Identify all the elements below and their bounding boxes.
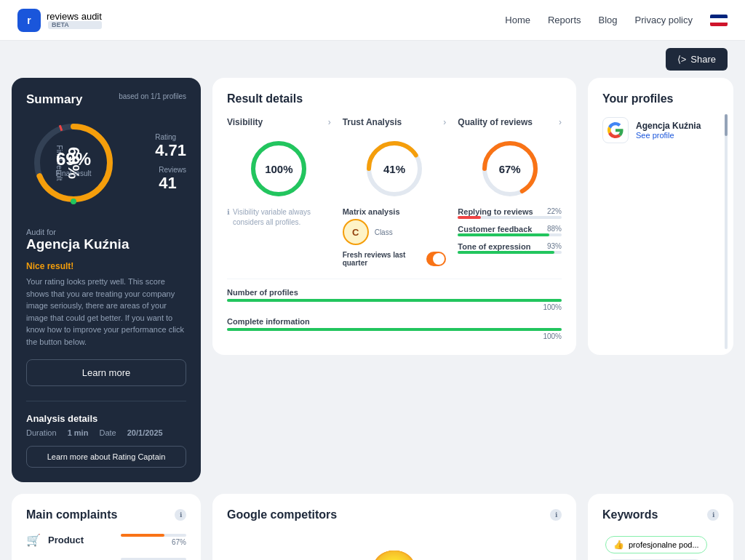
- share-icon: ⟨>: [677, 54, 687, 65]
- quality-chevron-icon[interactable]: ›: [559, 117, 562, 127]
- quality-gauge: 67%: [477, 136, 543, 201]
- product-fill: [121, 534, 164, 537]
- share-label: Share: [690, 54, 716, 65]
- num-profiles-row: Number of profiles 100%: [227, 288, 562, 311]
- fresh-reviews-toggle: [426, 252, 447, 266]
- matrix-row: C Class: [343, 219, 447, 245]
- result-details-title: Result details: [227, 92, 562, 105]
- see-profile-link[interactable]: See profile: [636, 131, 701, 140]
- nav-blog[interactable]: Blog: [599, 15, 618, 25]
- no-data-area: 😕 We couldn't find any data: [227, 533, 562, 560]
- keyword-text-0: profesjonalne pod...: [629, 540, 699, 549]
- replying-fill: [458, 216, 480, 219]
- num-profiles-label: Number of profiles: [227, 288, 562, 297]
- analysis-title: Analysis details: [26, 413, 186, 424]
- logo-area: r reviews audit BETA: [17, 9, 102, 32]
- bottom-metrics-section: Number of profiles 100% Complete informa…: [227, 279, 562, 340]
- tone-bar: [458, 251, 562, 254]
- feedback-fill: [458, 233, 549, 236]
- num-profiles-fill: [227, 299, 562, 302]
- complaint-product: 🛒 Product 67%: [26, 533, 186, 547]
- language-flag-icon[interactable]: [710, 15, 728, 26]
- visibility-note: ℹ Visibility variable always considers a…: [227, 207, 331, 228]
- quality-label: Quality of reviews: [458, 117, 562, 127]
- product-pct: 67%: [121, 538, 186, 546]
- keywords-title: Keywords: [602, 508, 658, 521]
- rating-box: Rating 4.71: [155, 133, 186, 160]
- tone-value: 93%: [547, 242, 562, 251]
- main-nav: Home Reports Blog Privacy policy: [505, 15, 728, 26]
- result-details-card: Result details Visibility › 100% ℹ: [212, 78, 576, 355]
- replying-label: Replying to reviews: [458, 207, 533, 216]
- trust-chevron-icon[interactable]: ›: [443, 117, 446, 127]
- nav-home[interactable]: Home: [505, 15, 530, 25]
- visibility-value: 100%: [265, 163, 292, 175]
- feedback-bar: [458, 233, 562, 236]
- complaint-delivery: 🚗 Delivery 0%: [26, 557, 186, 560]
- product-icon: 🛒: [26, 533, 41, 547]
- learn-more-button[interactable]: Learn more: [26, 359, 186, 386]
- result-text: Your rating looks pretty well. This scor…: [26, 276, 186, 348]
- date-label: Date 20/1/2025: [99, 428, 162, 437]
- reviews-label: Reviews: [159, 166, 186, 174]
- tone-label: Tone of expression: [458, 242, 530, 251]
- main-content: Summary based on 1/1 profiles 69% Final …: [0, 78, 745, 494]
- replying-bar: [458, 216, 562, 219]
- competitors-info-icon[interactable]: ℹ: [550, 509, 562, 521]
- matrix-label: Matrix analysis: [343, 207, 447, 216]
- fresh-reviews-row: Fresh reviews last quarter: [343, 251, 447, 267]
- delivery-icon: 🚗: [26, 557, 41, 560]
- rating-value: 4.71: [155, 141, 186, 160]
- visibility-gauge: 100%: [246, 136, 311, 201]
- keywords-info-icon[interactable]: ℹ: [707, 509, 719, 521]
- replying-header: Replying to reviews 22%: [458, 207, 562, 216]
- keyword-chip-0[interactable]: 👍 profesjonalne pod...: [605, 536, 707, 553]
- nav-privacy[interactable]: Privacy policy: [635, 15, 693, 25]
- competitors-title: Google competitors: [227, 508, 337, 521]
- feedback-header: Customer feedback 88%: [458, 225, 562, 233]
- complaints-card: Main complaints ℹ 🛒 Product 67% 🚗 Delive…: [12, 494, 201, 560]
- company-name: Agencja Kuźnia: [26, 236, 186, 252]
- class-label: Class: [375, 228, 393, 236]
- complete-info-row: Complete information 100%: [227, 317, 562, 340]
- complaints-header: Main complaints ℹ: [26, 508, 186, 521]
- profiles-scrollbar: [725, 114, 728, 349]
- num-profiles-value: 100%: [227, 303, 562, 311]
- complaints-info-icon[interactable]: ℹ: [175, 509, 186, 521]
- profile-name: Agencja Kuźnia: [636, 121, 701, 131]
- logo-icon: r: [17, 9, 41, 32]
- product-bar: [121, 534, 186, 537]
- profiles-card: Your profiles Agencja Kuźnia See profile: [588, 78, 733, 355]
- analysis-details: Analysis details Duration 1 min Date 20/…: [26, 401, 186, 468]
- trust-metric: Trust Analysis › 41% Matrix analysis: [343, 117, 447, 267]
- complete-info-fill: [227, 328, 562, 331]
- gauge-center: 69% Final result: [56, 149, 92, 177]
- visibility-chevron-icon[interactable]: ›: [328, 117, 331, 127]
- summary-card: Summary based on 1/1 profiles 69% Final …: [12, 78, 201, 482]
- learn-captain-button[interactable]: Learn more about Rating Captain: [26, 446, 186, 468]
- duration-label: Duration 1 min: [26, 428, 88, 437]
- product-name: Product: [48, 535, 113, 545]
- visibility-metric: Visibility › 100% ℹ Visibility variable …: [227, 117, 331, 267]
- c-class-badge: C: [343, 219, 369, 245]
- header: r reviews audit BETA Home Reports Blog P…: [0, 0, 745, 41]
- rating-label: Rating: [155, 133, 186, 141]
- share-button[interactable]: ⟨> Share: [666, 48, 728, 71]
- logo-text: reviews audit BETA: [47, 12, 102, 29]
- profile-item: Agencja Kuźnia See profile: [602, 117, 719, 143]
- final-percent: 69%: [56, 149, 92, 169]
- audit-for-label: Audit for: [26, 228, 186, 236]
- logo-name: reviews audit: [47, 12, 102, 21]
- complete-info-bar: [227, 328, 562, 331]
- beta-badge: BETA: [48, 21, 102, 29]
- main-metrics-row: Visibility › 100% ℹ Visibility variable …: [227, 117, 562, 267]
- visibility-label: Visibility: [227, 117, 331, 127]
- keywords-header: Keywords ℹ: [602, 508, 719, 521]
- svg-point-3: [71, 199, 76, 204]
- scrollbar-thumb: [725, 114, 728, 136]
- analysis-meta: Duration 1 min Date 20/1/2025: [26, 428, 186, 437]
- competitors-header: Google competitors ℹ: [227, 508, 562, 521]
- nice-result-label: Nice result!: [26, 261, 186, 271]
- nav-reports[interactable]: Reports: [548, 15, 581, 25]
- keywords-list: 👍 profesjonalne pod... współpracy z pane…: [602, 533, 719, 560]
